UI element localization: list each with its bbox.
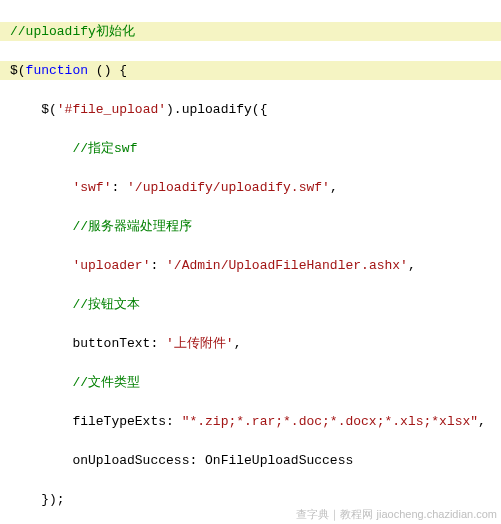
code-string: 'uploader' <box>72 258 150 273</box>
code-text: buttonText: <box>10 336 166 351</box>
code-text: $( <box>10 63 26 78</box>
code-block: //uploadify初始化 $(function () { $('#file_… <box>0 0 501 524</box>
code-text: , <box>408 258 416 273</box>
code-text: }); <box>10 492 65 507</box>
code-text: () { <box>88 63 127 78</box>
code-line: //按钮文本 <box>10 295 501 315</box>
code-text <box>10 180 72 195</box>
code-text: $( <box>10 102 57 117</box>
code-string: '#file_upload' <box>57 102 166 117</box>
code-line: onUploadSuccess: OnFileUploadSuccess <box>10 451 501 471</box>
code-line: 'swf': '/uploadify/uploadify.swf', <box>10 178 501 198</box>
code-text: : <box>111 180 127 195</box>
code-string: '/uploadify/uploadify.swf' <box>127 180 330 195</box>
code-text <box>10 219 72 234</box>
code-line: buttonText: '上传附件', <box>10 334 501 354</box>
code-text: fileTypeExts: <box>10 414 182 429</box>
code-line: //服务器端处理程序 <box>10 217 501 237</box>
code-text: : <box>150 258 166 273</box>
code-string: '上传附件' <box>166 336 234 351</box>
code-comment: //服务器端处理程序 <box>72 219 192 234</box>
code-comment: //按钮文本 <box>72 297 140 312</box>
code-text: ).uploadify({ <box>166 102 267 117</box>
code-string: '/Admin/UploadFileHandler.ashx' <box>166 258 408 273</box>
watermark-text: 查字典｜教程网 jiaocheng.chazidian.com <box>296 506 497 523</box>
code-text <box>10 297 72 312</box>
code-line: //uploadify初始化 <box>0 22 501 42</box>
code-line: //指定swf <box>10 139 501 159</box>
code-string: 'swf' <box>72 180 111 195</box>
code-text <box>10 375 72 390</box>
code-line: $(function () { <box>0 61 501 81</box>
code-line: fileTypeExts: "*.zip;*.rar;*.doc;*.docx;… <box>10 412 501 432</box>
code-string: "*.zip;*.rar;*.doc;*.docx;*.xls;*xlsx" <box>182 414 478 429</box>
code-line: //文件类型 <box>10 373 501 393</box>
code-comment: //指定swf <box>72 141 137 156</box>
code-keyword: function <box>26 63 88 78</box>
code-text: , <box>330 180 338 195</box>
code-text: , <box>478 414 486 429</box>
code-text: onUploadSuccess: OnFileUploadSuccess <box>10 453 353 468</box>
code-text <box>10 141 72 156</box>
code-text <box>10 258 72 273</box>
code-line: $('#file_upload').uploadify({ <box>10 100 501 120</box>
code-comment: //文件类型 <box>72 375 140 390</box>
code-line: 'uploader': '/Admin/UploadFileHandler.as… <box>10 256 501 276</box>
code-comment: //uploadify初始化 <box>10 24 135 39</box>
code-text: , <box>234 336 242 351</box>
